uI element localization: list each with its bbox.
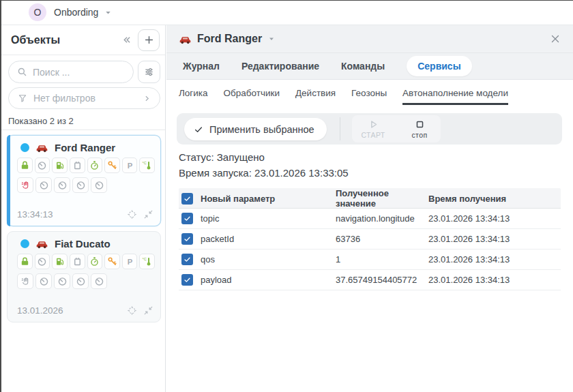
param-value-cell: 37.65749154405772	[336, 275, 428, 285]
fuel-icon[interactable]	[52, 254, 68, 269]
hand-icon[interactable]	[17, 273, 33, 289]
subtab-логика[interactable]: Логика	[179, 81, 208, 106]
account-avatar[interactable]: O	[29, 3, 46, 21]
toolbar-divider	[340, 117, 340, 140]
subtab-геозоны[interactable]: Геозоны	[351, 81, 387, 106]
search-input[interactable]	[33, 67, 126, 78]
table-row: payload 37.65749154405772 23.01.2026 13:…	[179, 270, 561, 290]
main-tabs: ЖурналРедактированиеКомандыСервисы	[166, 53, 573, 80]
panel-title: Ford Ranger	[197, 33, 262, 45]
tab-сервисы[interactable]: Сервисы	[407, 56, 471, 76]
table-row: topic navigation.longitude 23.01.2026 13…	[179, 209, 561, 229]
param-value-cell: 1	[336, 254, 428, 265]
gauge-icon[interactable]	[91, 273, 107, 289]
key-icon[interactable]	[104, 254, 120, 269]
gauge-icon[interactable]	[91, 177, 107, 193]
object-timestamp: 13:34:13	[17, 209, 121, 220]
parameters-table: Новый параметр Полученное значение Время…	[179, 188, 561, 290]
battery-icon[interactable]	[70, 254, 85, 269]
row-checkbox[interactable]	[181, 274, 193, 286]
locate-crosshair-icon[interactable]	[127, 305, 137, 316]
collapse-card-shrink-icon[interactable]	[143, 209, 153, 220]
object-panel: Ford Ranger ЖурналРедактированиеКомандыС…	[166, 25, 573, 392]
funnel-icon	[18, 93, 27, 103]
stop-button[interactable]: стоп	[401, 119, 438, 139]
svg-text:°C: °C	[143, 161, 147, 165]
gauge-icon[interactable]	[35, 177, 52, 193]
key-icon[interactable]	[104, 157, 120, 173]
param-time-cell: 23.01.2026 13:34:13	[428, 234, 561, 244]
object-timestamp: 13.01.2026	[17, 305, 121, 316]
param-time-cell: 23.01.2026 13:34:13	[428, 275, 561, 285]
thermometer-icon[interactable]: °C	[139, 254, 155, 269]
parking-icon[interactable]: P	[122, 157, 138, 173]
object-name: Ford Ranger	[55, 142, 115, 153]
tab-команды[interactable]: Команды	[341, 61, 385, 72]
search-box[interactable]	[8, 61, 134, 83]
apply-selected-button[interactable]: Применить выбранное	[184, 118, 327, 140]
start-stop-group: СТАРТ стоп	[352, 115, 441, 142]
sidebar-title: Объекты	[11, 34, 121, 46]
vehicle-icon	[179, 34, 192, 44]
stopwatch-icon[interactable]	[87, 254, 103, 269]
close-panel-icon[interactable]	[550, 33, 561, 44]
sidebar-header: Объекты	[0, 25, 165, 55]
lock-icon[interactable]	[17, 254, 33, 269]
column-header[interactable]: Новый параметр	[199, 194, 336, 204]
tab-журнал[interactable]: Журнал	[183, 61, 220, 72]
fuel-icon[interactable]	[52, 157, 68, 173]
table-row: packetId 63736 23.01.2026 13:34:13	[179, 229, 561, 250]
actions-toolbar: Применить выбранное СТАРТ стоп	[177, 113, 562, 145]
shown-count: Показано 2 из 2	[0, 109, 165, 130]
select-all-checkbox[interactable]	[181, 193, 193, 205]
parking-icon[interactable]: P	[122, 254, 138, 269]
stopwatch-icon[interactable]	[87, 157, 103, 173]
gauge-icon[interactable]	[35, 254, 50, 269]
svg-text:P: P	[127, 162, 132, 170]
hand-icon[interactable]	[17, 177, 33, 193]
tab-редактирование[interactable]: Редактирование	[241, 61, 319, 72]
launch-time-text: Время запуска: 23.01.2026 13:33:05	[179, 165, 349, 181]
window-edge	[0, 0, 1, 392]
status-dot	[20, 239, 29, 248]
stop-icon	[414, 119, 426, 130]
start-button[interactable]: СТАРТ	[355, 119, 392, 139]
add-object-button[interactable]	[138, 29, 160, 51]
lock-icon[interactable]	[17, 157, 33, 173]
object-card-ford-ranger[interactable]: Ford Ranger P°C 13:34:13	[7, 135, 161, 226]
vehicle-icon	[35, 142, 48, 153]
subtab-действия[interactable]: Действия	[295, 81, 336, 106]
locate-crosshair-icon[interactable]	[127, 209, 137, 220]
row-checkbox[interactable]	[181, 254, 193, 265]
table-row: qos 1 23.01.2026 13:34:13	[179, 250, 561, 270]
column-header[interactable]: Время получения	[428, 194, 561, 204]
chevron-right-icon	[143, 94, 151, 103]
subtab-автонаполнение-модели[interactable]: Автонаполнение модели	[402, 81, 508, 106]
account-caret-down-icon[interactable]	[104, 8, 113, 17]
apply-selected-label: Применить выбранное	[209, 124, 314, 135]
panel-caret-down-icon[interactable]	[267, 35, 276, 43]
subtab-обработчики[interactable]: Обработчики	[224, 81, 280, 106]
gauge-icon[interactable]	[35, 273, 52, 289]
column-header[interactable]: Полученное значение	[336, 188, 428, 209]
gauge-icon[interactable]	[54, 177, 70, 193]
filters-pill[interactable]: Нет фильтров	[8, 87, 160, 109]
object-card-fiat-ducato[interactable]: Fiat Ducato P°C 13.01.2026	[7, 231, 161, 322]
collapse-sidebar-icon[interactable]	[121, 34, 132, 46]
objects-sidebar: Объекты Нет фильтров Показано 2 из 2 For…	[0, 25, 166, 392]
row-checkbox[interactable]	[181, 213, 193, 224]
search-settings-button[interactable]	[138, 61, 160, 83]
account-name[interactable]: Onbording	[54, 7, 98, 18]
gauge-icon[interactable]	[72, 273, 89, 289]
gauge-icon[interactable]	[72, 177, 89, 193]
objects-list: Ford Ranger P°C 13:34:13 Fiat Ducato P°C…	[0, 135, 165, 322]
panel-header: Ford Ranger	[166, 25, 573, 53]
service-subtabs: ЛогикаОбработчикиДействияГеозоныАвтонапо…	[166, 80, 573, 107]
row-checkbox[interactable]	[181, 233, 193, 245]
thermometer-icon[interactable]: °C	[139, 157, 155, 173]
gauge-icon[interactable]	[54, 273, 70, 289]
battery-icon[interactable]	[70, 157, 85, 173]
collapse-card-shrink-icon[interactable]	[143, 305, 153, 316]
vehicle-icon	[35, 239, 48, 249]
gauge-icon[interactable]	[35, 157, 50, 173]
